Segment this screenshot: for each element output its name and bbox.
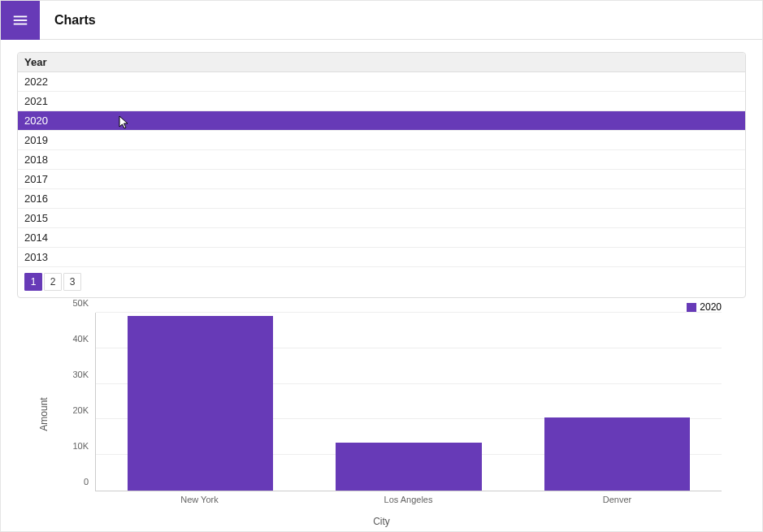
- bar-chart: Amount 010K20K30K40K50K New YorkLos Ange…: [33, 313, 730, 516]
- bar[interactable]: [544, 417, 691, 491]
- x-category-label: Denver: [603, 495, 631, 504]
- grid-row-year[interactable]: 2015: [18, 209, 745, 228]
- grid-row-year[interactable]: 2013: [18, 248, 745, 266]
- x-category-label: Los Angeles: [384, 495, 433, 504]
- bar[interactable]: [336, 443, 482, 491]
- y-axis: 010K20K30K40K50K: [61, 313, 92, 491]
- y-tick-label: 10K: [72, 441, 89, 451]
- grid-row-year[interactable]: 2016: [18, 189, 745, 209]
- y-tick-label: 30K: [72, 370, 89, 379]
- pager-page[interactable]: 3: [63, 273, 81, 291]
- grid-row-year[interactable]: 2018: [18, 150, 745, 170]
- grid-row-year[interactable]: 2020: [18, 111, 745, 131]
- x-axis: New YorkLos AngelesDenver: [95, 495, 722, 508]
- svg-rect-2: [14, 23, 28, 24]
- plot-area: [95, 313, 722, 491]
- svg-rect-0: [14, 15, 28, 17]
- topbar: Charts: [1, 1, 762, 40]
- chart-legend: 2020: [17, 298, 746, 313]
- grid-row-year[interactable]: 2017: [18, 170, 745, 189]
- grid-row-year[interactable]: 2022: [18, 72, 745, 92]
- menu-button[interactable]: [1, 1, 40, 40]
- y-tick-label: 50K: [72, 298, 89, 308]
- grid-row-year[interactable]: 2021: [18, 92, 745, 111]
- legend-label: 2020: [700, 301, 722, 313]
- x-category-label: New York: [180, 495, 218, 504]
- content: Year 20222021202020192018201720162015201…: [1, 40, 762, 527]
- pager-page[interactable]: 2: [44, 273, 62, 291]
- x-axis-title: City: [17, 516, 746, 527]
- grid-row-year[interactable]: 2019: [18, 131, 745, 150]
- pager-page[interactable]: 1: [24, 273, 42, 291]
- y-tick-label: 0: [84, 477, 89, 487]
- bar[interactable]: [128, 316, 274, 491]
- y-axis-title: Amount: [38, 397, 50, 430]
- pager: 123: [18, 266, 745, 297]
- svg-rect-1: [14, 19, 28, 21]
- year-grid: Year 20222021202020192018201720162015201…: [17, 52, 746, 298]
- y-tick-label: 20K: [72, 405, 89, 415]
- page-title: Charts: [40, 13, 96, 28]
- hamburger-icon: [11, 11, 29, 29]
- grid-row-year[interactable]: 2014: [18, 228, 745, 248]
- y-tick-label: 40K: [72, 334, 89, 344]
- gridline: [96, 312, 722, 313]
- grid-header-year[interactable]: Year: [18, 53, 745, 72]
